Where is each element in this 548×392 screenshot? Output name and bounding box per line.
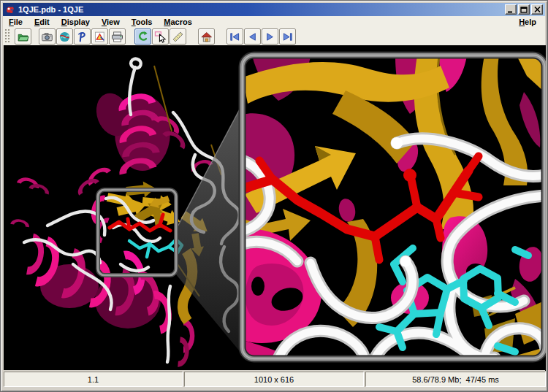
zoom-inset [242,55,546,359]
frame-previous-button[interactable] [244,28,261,45]
title-bar: 1QJE.pdb - 1QJE [3,3,545,16]
toolbar [3,28,545,45]
status-bar: 1.1 1010 x 616 58.6/78.9 Mb; 47/45 ms [3,370,545,389]
menu-view[interactable]: View [96,17,126,27]
povray-icon [76,31,88,43]
frame-next-button[interactable] [262,28,278,45]
open-folder-icon [17,31,29,43]
maximize-icon [520,7,528,13]
select-mode-button[interactable] [152,28,169,45]
camera-icon [41,31,53,43]
home-view-button[interactable] [198,28,215,45]
menu-macros[interactable]: Macros [158,17,198,27]
menu-file[interactable]: File [3,17,28,27]
menu-help[interactable]: Help [513,17,542,27]
render-povray-button[interactable] [74,28,91,45]
measure-mode-button[interactable] [170,28,186,45]
status-scale: 1.1 [4,372,183,387]
molecule-viewport[interactable] [4,45,546,371]
rotate-mode-button[interactable] [134,28,151,45]
edit-page-icon [94,31,106,43]
toolbar-drag-handle[interactable] [5,29,10,44]
edit-document-button[interactable] [91,28,108,45]
export-web-button[interactable] [56,28,73,45]
menu-tools[interactable]: Tools [126,17,159,27]
first-frame-icon [229,31,241,43]
previous-frame-icon [246,31,259,43]
globe-icon [58,31,71,43]
close-button[interactable] [531,4,543,15]
last-frame-icon [281,31,294,43]
select-cursor-icon [154,31,167,43]
app-icon [5,4,15,15]
rotate-arrow-icon [137,31,149,43]
ruler-icon [172,31,184,43]
open-file-button[interactable] [15,28,31,45]
close-icon [534,7,541,12]
frame-first-button[interactable] [227,28,243,45]
printer-icon [111,31,123,43]
status-memory-timing: 58.6/78.9 Mb; 47/45 ms [365,372,546,387]
menu-edit[interactable]: Edit [28,17,56,27]
frame-last-button[interactable] [279,28,296,45]
next-frame-icon [264,31,276,43]
menu-display[interactable]: Display [56,17,96,27]
print-button[interactable] [109,28,126,45]
molecule-render [4,45,546,371]
status-dimensions: 1010 x 616 [184,372,364,387]
minimize-icon [507,7,514,13]
menu-bar: File Edit Display View Tools Macros Help [3,16,545,28]
maximize-button[interactable] [518,4,530,15]
application-window: 1QJE.pdb - 1QJE File Edit Display View T… [0,0,548,392]
minimize-button[interactable] [505,4,517,15]
export-image-button[interactable] [39,28,56,45]
window-title: 1QJE.pdb - 1QJE [18,5,503,14]
home-icon [200,31,213,43]
